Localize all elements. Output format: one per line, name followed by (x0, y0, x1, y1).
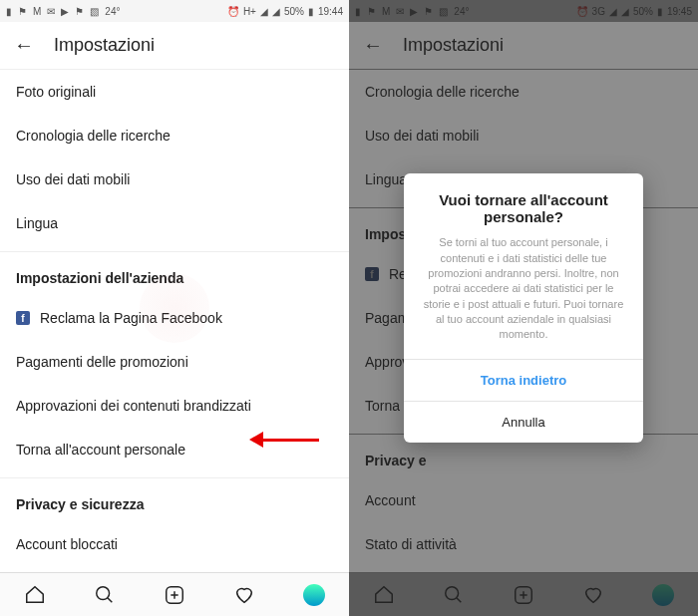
nav-add-icon[interactable] (140, 573, 209, 616)
item-torna-account-personale[interactable]: Torna all'account personale (0, 428, 349, 471)
time-label: 19:44 (318, 6, 343, 17)
back-arrow-icon[interactable]: ← (14, 34, 34, 57)
item-pagamenti-promozioni[interactable]: Pagamenti delle promozioni (0, 340, 349, 384)
dialog-title: Vuoi tornare all'account personale? (404, 173, 643, 235)
image-icon: ▧ (90, 6, 99, 17)
nav-profile-icon[interactable] (279, 573, 349, 616)
location-icon: ⚑ (18, 6, 27, 17)
left-screen: ▮ ⚑ M ✉ ▶ ⚑ ▧ 24° ⏰ H+ ◢ ◢ 50% ▮ 19:44 ←… (0, 0, 349, 616)
section-privacy-header: Privacy e sicurezza (0, 477, 349, 522)
item-label: Reclama la Pagina Facebook (40, 310, 222, 326)
dialog-body: Se torni al tuo account personale, i con… (404, 235, 643, 359)
signal-icon: ◢ (260, 6, 268, 17)
dialog-cancel-button[interactable]: Annulla (404, 401, 643, 443)
nav-search-icon[interactable] (70, 573, 140, 616)
nav-heart-icon[interactable] (209, 573, 279, 616)
signal-icon-2: ◢ (272, 6, 280, 17)
settings-list[interactable]: Foto originali Cronologia delle ricerche… (0, 70, 349, 572)
status-bar: ▮ ⚑ M ✉ ▶ ⚑ ▧ 24° ⏰ H+ ◢ ◢ 50% ▮ 19:44 (0, 0, 349, 22)
nav-home-icon[interactable] (0, 573, 70, 616)
item-approvazioni-contenuti[interactable]: Approvazioni dei contenuti brandizzati (0, 384, 349, 428)
battery-label: 50% (284, 6, 304, 17)
fb-status-icon: ▮ (6, 6, 12, 17)
location-icon-2: ⚑ (75, 6, 84, 17)
section-azienda-header: Impostazioni dell'azienda (0, 251, 349, 296)
item-reclama-facebook[interactable]: f Reclama la Pagina Facebook (0, 296, 349, 340)
item-account-bloccati[interactable]: Account bloccati (0, 522, 349, 566)
dialog-primary-button[interactable]: Torna indietro (404, 359, 643, 401)
play-icon: ▶ (61, 6, 69, 17)
svg-point-0 (97, 586, 110, 599)
facebook-icon: f (16, 311, 30, 325)
item-dati-mobili[interactable]: Uso dei dati mobili (0, 157, 349, 201)
item-lingua[interactable]: Lingua (0, 201, 349, 245)
network-label: H+ (243, 6, 256, 17)
gmail-icon: M (33, 6, 41, 17)
item-cronologia-ricerche[interactable]: Cronologia delle ricerche (0, 114, 349, 157)
battery-icon: ▮ (308, 6, 314, 17)
header: ← Impostazioni (0, 22, 349, 70)
confirm-dialog: Vuoi tornare all'account personale? Se t… (404, 173, 643, 443)
right-screen: ▮ ⚑ M ✉ ▶ ⚑ ▧ 24° ⏰ 3G ◢ ◢ 50% ▮ 19:45 ←… (349, 0, 698, 616)
page-title: Impostazioni (54, 35, 155, 56)
modal-overlay: Vuoi tornare all'account personale? Se t… (349, 0, 698, 616)
alarm-icon: ⏰ (227, 6, 239, 17)
mail-icon: ✉ (47, 6, 55, 17)
bottom-nav (0, 572, 349, 616)
temp-label: 24° (105, 6, 120, 17)
item-foto-originali[interactable]: Foto originali (0, 70, 349, 114)
